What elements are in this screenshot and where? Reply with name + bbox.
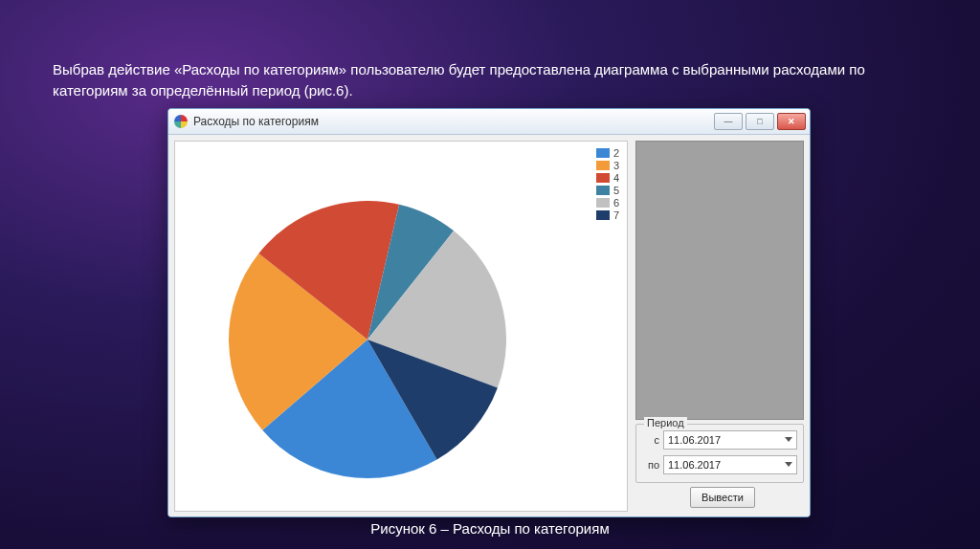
legend-label: 7 bbox=[613, 209, 619, 221]
app-icon bbox=[174, 115, 188, 128]
minimize-button[interactable]: — bbox=[714, 113, 743, 130]
pie-chart bbox=[229, 201, 506, 478]
legend-item: 5 bbox=[596, 185, 619, 196]
period-group: Период с 11.06.2017 по 11.06.2017 bbox=[635, 424, 804, 483]
slide-body-text: Выбрав действие «Расходы по категориям» … bbox=[53, 59, 927, 101]
legend-label: 5 bbox=[613, 185, 619, 196]
legend-label: 6 bbox=[613, 197, 619, 209]
legend-item: 2 bbox=[596, 147, 619, 159]
chart-pane: 234567 bbox=[174, 141, 628, 512]
legend-item: 7 bbox=[596, 209, 619, 221]
legend-label: 2 bbox=[613, 147, 619, 159]
details-panel bbox=[635, 141, 804, 420]
legend-label: 3 bbox=[613, 160, 619, 171]
period-from-picker[interactable]: 11.06.2017 bbox=[663, 430, 797, 450]
app-window: Расходы по категориям — □ ✕ 234567 Перио… bbox=[167, 108, 811, 517]
legend-swatch bbox=[596, 210, 610, 220]
legend-item: 4 bbox=[596, 172, 619, 184]
chart-legend: 234567 bbox=[596, 147, 619, 222]
legend-item: 6 bbox=[596, 197, 619, 209]
legend-swatch bbox=[596, 161, 610, 170]
legend-item: 3 bbox=[596, 160, 619, 171]
period-group-label: Период bbox=[644, 417, 687, 428]
legend-swatch bbox=[596, 198, 610, 208]
run-button[interactable]: Вывести bbox=[690, 487, 755, 508]
figure-caption: Рисунок 6 – Расходы по категориям bbox=[0, 520, 980, 537]
period-to-label: по bbox=[642, 459, 659, 471]
maximize-button[interactable]: □ bbox=[746, 113, 774, 130]
close-button[interactable]: ✕ bbox=[777, 113, 806, 130]
legend-swatch bbox=[596, 186, 610, 195]
legend-label: 4 bbox=[613, 172, 619, 184]
period-to-picker[interactable]: 11.06.2017 bbox=[663, 455, 797, 474]
period-from-label: с bbox=[642, 434, 659, 446]
window-title: Расходы по категориям bbox=[193, 115, 319, 128]
legend-swatch bbox=[596, 173, 610, 183]
legend-swatch bbox=[596, 148, 610, 158]
window-titlebar: Расходы по категориям — □ ✕ bbox=[168, 109, 810, 135]
